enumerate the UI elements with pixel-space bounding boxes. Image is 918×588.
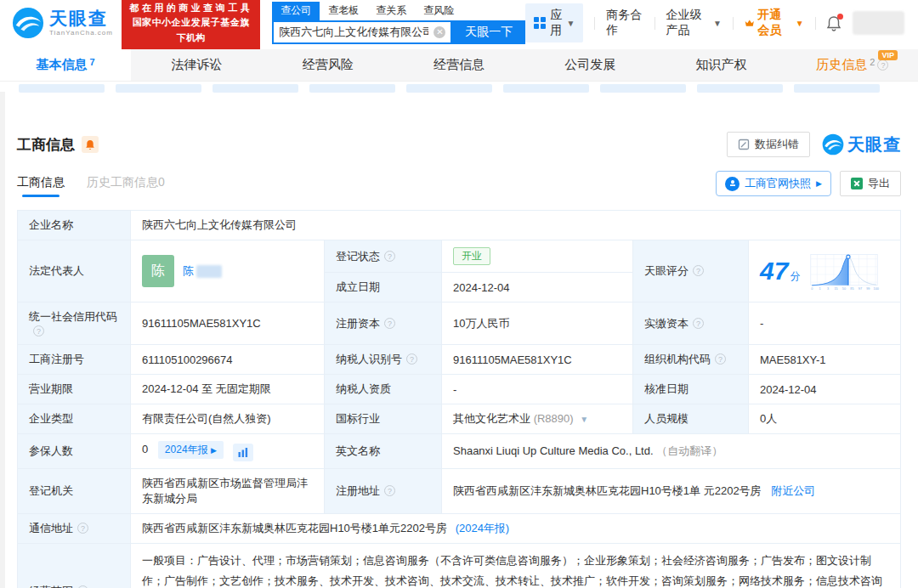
svg-text:1: 1 — [819, 287, 821, 291]
grid-icon — [534, 17, 546, 29]
status-badge: 开业 — [453, 247, 490, 265]
help-icon[interactable]: ? — [33, 325, 44, 336]
field-label: 注册资本? — [325, 302, 442, 345]
section-header: 工商信息 数据纠错 天眼查 — [0, 132, 918, 157]
search-tab-boss[interactable]: 查老板 — [320, 2, 367, 20]
field-label: 参保人数 — [18, 434, 131, 469]
establish-date-value: 2024-12-04 — [442, 273, 633, 302]
nearby-companies-link[interactable]: 附近公司 — [771, 484, 815, 497]
header-nav: 应用 ▼ 商务合作 企业级产品 ▼ 开通会员 ▼ — [525, 3, 904, 42]
divider — [733, 17, 734, 30]
stamp-icon — [725, 177, 740, 191]
edit-doc-icon — [738, 139, 750, 150]
tab-legal-proceedings[interactable]: 法律诉讼 — [131, 49, 262, 81]
apps-menu[interactable]: 应用 ▼ — [525, 3, 583, 42]
sub-nav-chip[interactable] — [116, 84, 201, 93]
search-button[interactable]: 天眼一下 — [452, 20, 525, 44]
notification-bell[interactable] — [826, 15, 842, 31]
divider — [594, 17, 595, 30]
search-tab-risk[interactable]: 查风险 — [415, 2, 462, 20]
field-label: 企业名称 — [18, 211, 131, 240]
sub-nav-chip[interactable] — [503, 84, 589, 93]
tab-intellectual-property[interactable]: 知识产权 — [655, 49, 786, 81]
help-icon[interactable]: ? — [406, 353, 417, 365]
help-icon[interactable]: ? — [384, 318, 395, 329]
tab-company-development[interactable]: 公司发展 — [524, 49, 655, 81]
org-code-value: MAE581XY-1 — [749, 345, 901, 375]
tab-business-info[interactable]: 经营信息 — [394, 49, 524, 81]
search-tabs: 查公司 查老板 查关系 查风险 — [272, 2, 525, 20]
table-row: 企业名称 陕西六七向上文化传媒有限公司 — [18, 211, 901, 240]
sub-nav-chip[interactable] — [19, 84, 105, 93]
clear-search-icon[interactable]: ✕ — [434, 26, 445, 38]
annual-report-link[interactable]: 2024年报 ▶ — [158, 441, 224, 459]
user-avatar[interactable] — [853, 11, 904, 35]
notification-dot — [837, 14, 843, 20]
export-button[interactable]: 导出 — [840, 171, 901, 196]
tab-history-registration[interactable]: 历史工商信息0 — [87, 175, 165, 197]
score-distribution-chart: 0 1 3 15 50 85 97 99 100 — [808, 251, 880, 291]
promo-badge: 都在用的商业查询工具 国家中小企业发展子基金旗下机构 — [122, 0, 260, 49]
reg-address-cell: 陕西省西咸新区沣东新城奥林匹克花园H10号楼1单 元2202号房 附近公司 — [442, 469, 901, 514]
search-tab-company[interactable]: 查公司 — [272, 2, 320, 20]
help-icon[interactable]: ? — [77, 523, 88, 534]
tab-history-info[interactable]: VIP 历史信息 2 ? — [787, 49, 918, 81]
field-label: 国标行业 — [325, 404, 442, 434]
chevron-down-icon[interactable]: ▼ — [580, 415, 588, 424]
tab-business-registration[interactable]: 工商信息 — [17, 175, 65, 197]
nav-cooperation[interactable]: 商务合作 — [606, 8, 643, 38]
nav-enterprise-products[interactable]: 企业级产品 ▼ — [666, 8, 722, 38]
chevron-down-icon: ▼ — [796, 19, 804, 28]
field-label: 注册地址? — [325, 469, 442, 514]
official-snapshot-button[interactable]: 工商官网快照 ▶ — [716, 171, 831, 196]
help-icon[interactable]: ? — [384, 251, 395, 262]
company-name-value: 陕西六七向上文化传媒有限公司 — [131, 211, 901, 240]
sub-nav-chip[interactable] — [406, 84, 492, 93]
field-label: 经营范围? — [18, 544, 131, 588]
mail-address-cell: 陕西省西咸新区沣东新城奥林匹克花园H10号楼1单元2202号房 (2024年报) — [131, 514, 901, 544]
sub-nav-chip[interactable] — [309, 84, 395, 93]
table-row: 企业类型 有限责任公司(自然人独资) 国标行业 其他文化艺术业 (R8890) … — [18, 404, 901, 434]
tianyancha-logo[interactable]: 天眼查 TianYanCha.com — [12, 7, 113, 39]
search-input[interactable] — [274, 26, 434, 39]
sub-nav-chip[interactable] — [794, 84, 880, 93]
staff-size-value: 0人 — [749, 404, 901, 434]
annual-report-link[interactable]: (2024年报) — [456, 522, 510, 534]
avatar[interactable]: 陈 — [142, 255, 174, 287]
subscribe-bell-icon[interactable] — [82, 136, 99, 153]
business-scope-value: 一般项目：广告设计、代理；市场营销策划；信息咨询服务（不含许可类信息咨询服务）；… — [131, 544, 901, 588]
search-tab-relation[interactable]: 查关系 — [367, 2, 415, 20]
table-row: 参保人数 0 2024年报 ▶ 英文名称 Shaanxi Liuqi Up Cu… — [18, 434, 901, 469]
insured-count-cell: 0 2024年报 ▶ — [131, 434, 325, 469]
help-icon[interactable]: ? — [877, 59, 888, 71]
legal-rep-name-link[interactable]: 陈 — [183, 263, 194, 279]
field-label: 纳税人资质 — [325, 375, 442, 404]
paid-capital-value: - — [749, 302, 901, 345]
sub-nav-chip[interactable] — [212, 84, 298, 93]
promo-line1: 都在用的商业查询工具 — [129, 1, 252, 15]
tab-operational-risk[interactable]: 经营风险 — [263, 49, 394, 81]
score-cell[interactable]: 47分 — [749, 240, 901, 302]
field-label: 工商注册号 — [18, 345, 131, 375]
help-icon[interactable]: ? — [693, 265, 704, 276]
tab-count: 7 — [90, 57, 95, 67]
sub-nav-chip[interactable] — [600, 84, 686, 93]
approval-date-value: 2024-12-04 — [749, 375, 901, 404]
chevron-down-icon: ▼ — [567, 19, 575, 28]
insured-count-value: 0 — [142, 443, 148, 455]
svg-text:100: 100 — [874, 287, 879, 291]
help-icon[interactable]: ? — [384, 485, 395, 496]
help-icon[interactable]: ? — [715, 353, 726, 365]
sub-nav-chip[interactable] — [697, 84, 783, 93]
company-type-value: 有限责任公司(自然人独资) — [131, 404, 325, 434]
svg-text:3: 3 — [827, 287, 829, 291]
reg-number-value: 611105100296674 — [131, 345, 325, 375]
taxpayer-quality-value: - — [442, 375, 633, 404]
field-label: 人员规模 — [633, 404, 749, 434]
table-row: 通信地址? 陕西省西咸新区沣东新城奥林匹克花园H10号楼1单元2202号房 (2… — [18, 514, 901, 544]
data-correction-button[interactable]: 数据纠错 — [727, 132, 810, 157]
trend-chart-icon[interactable] — [233, 444, 253, 461]
tab-basic-info[interactable]: 基本信息 7 — [0, 49, 131, 81]
help-icon[interactable]: ? — [693, 318, 704, 329]
nav-vip-membership[interactable]: 开通会员 ▼ — [745, 8, 804, 38]
